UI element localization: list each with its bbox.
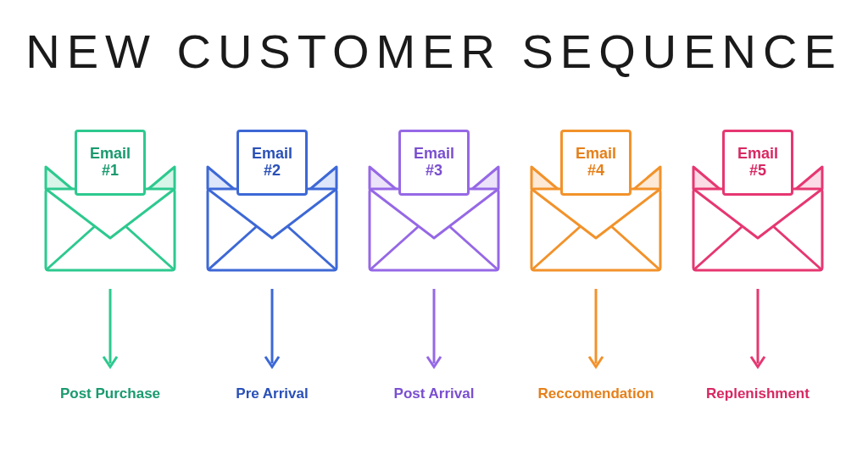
svg-rect-8 xyxy=(208,189,337,270)
sequence-item-3: Email #3 Post Arrival xyxy=(358,130,510,402)
sequence-item-1: Email #1 Post Purchase xyxy=(34,130,186,402)
step-caption: Reccomendation xyxy=(538,385,654,402)
letter-number: #4 xyxy=(587,163,604,180)
envelope-icon: Email #2 xyxy=(204,130,340,274)
letter-number: #2 xyxy=(264,163,281,180)
arrow-down-icon xyxy=(102,289,119,374)
arrow-down-icon xyxy=(587,289,604,374)
step-caption: Post Purchase xyxy=(60,385,160,402)
letter-label: Email xyxy=(576,146,616,163)
letter-card: Email #5 xyxy=(722,130,793,196)
envelope-icon: Email #1 xyxy=(42,130,178,274)
letter-card: Email #3 xyxy=(398,130,470,196)
letter-label: Email xyxy=(252,146,292,163)
envelope-icon: Email #5 xyxy=(690,130,826,274)
letter-label: Email xyxy=(414,146,454,163)
svg-rect-14 xyxy=(370,189,498,270)
letter-number: #3 xyxy=(426,163,442,180)
step-caption: Post Arrival xyxy=(394,385,475,402)
step-caption: Pre Arrival xyxy=(236,385,308,402)
letter-number: #5 xyxy=(749,163,766,180)
sequence-row: Email #1 Post Purchase Email #2 xyxy=(17,130,851,402)
svg-rect-20 xyxy=(531,189,660,270)
envelope-icon: Email #4 xyxy=(528,130,664,274)
svg-rect-2 xyxy=(46,189,175,270)
letter-card: Email #2 xyxy=(236,130,308,196)
sequence-item-4: Email #4 Reccomendation xyxy=(520,130,672,402)
letter-number: #1 xyxy=(102,163,119,180)
step-caption: Replenishment xyxy=(706,385,810,402)
letter-card: Email #4 xyxy=(560,130,632,196)
page-title: NEW CUSTOMER SEQUENCE xyxy=(25,24,842,79)
arrow-down-icon xyxy=(264,289,281,374)
letter-label: Email xyxy=(90,146,131,163)
envelope-icon: Email #3 xyxy=(366,130,502,274)
sequence-item-5: Email #5 Replenishment xyxy=(682,130,834,402)
arrow-down-icon xyxy=(749,289,766,374)
letter-card: Email #1 xyxy=(75,130,146,196)
letter-label: Email xyxy=(737,146,778,163)
arrow-down-icon xyxy=(426,289,442,374)
sequence-item-2: Email #2 Pre Arrival xyxy=(196,130,348,402)
svg-rect-26 xyxy=(693,189,822,270)
